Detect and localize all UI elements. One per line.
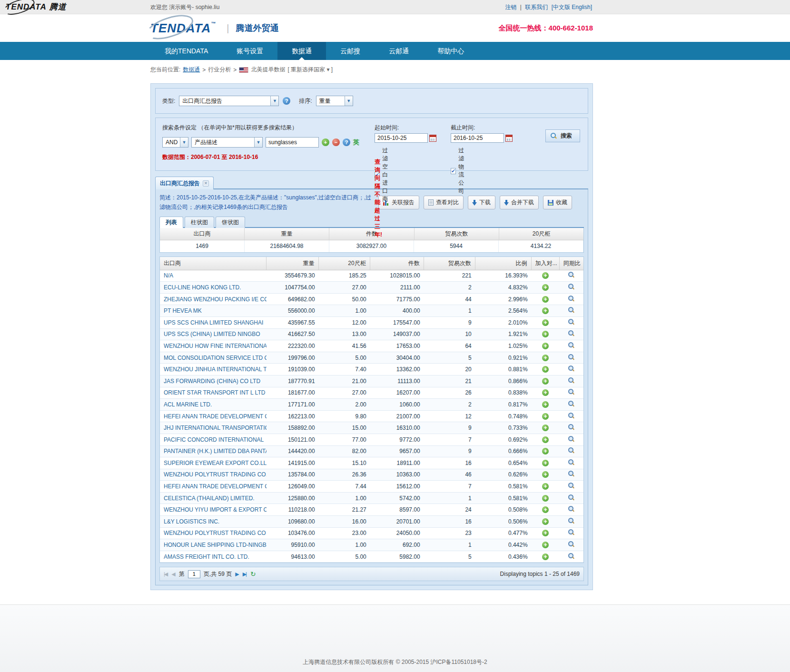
add-compare-icon[interactable]: + [542, 378, 549, 385]
peer-compare-icon[interactable] [568, 447, 574, 454]
search-field-select[interactable]: 产品描述 ▼ [191, 137, 263, 148]
logout-link[interactable]: 注销 [505, 4, 516, 10]
exporter-name-link[interactable]: WENZHOU JINHUA INTERNATIONAL T... [164, 366, 267, 373]
peer-compare-icon[interactable] [568, 529, 574, 535]
add-compare-icon[interactable]: + [542, 319, 549, 326]
peer-compare-icon[interactable] [568, 389, 574, 395]
sort-select[interactable]: 重量 ▼ [316, 96, 353, 106]
breadcrumb-link-datahub[interactable]: 数据通 [183, 66, 200, 74]
add-compare-icon[interactable]: + [542, 366, 549, 373]
exporter-name-link[interactable]: AMASS FREIGHT INTL CO. LTD. [164, 553, 249, 560]
add-compare-icon[interactable]: + [542, 448, 549, 455]
add-compare-icon[interactable]: + [542, 518, 549, 525]
merge-download-button[interactable]: 合并下载 [500, 196, 539, 209]
refresh-icon[interactable]: ↻ [250, 570, 256, 578]
peer-compare-icon[interactable] [568, 330, 574, 336]
peer-compare-icon[interactable] [568, 483, 574, 489]
english-toggle[interactable]: 英 [353, 138, 359, 147]
peer-compare-icon[interactable] [568, 494, 574, 501]
add-compare-icon[interactable]: + [542, 460, 549, 466]
peer-compare-icon[interactable] [568, 424, 574, 430]
exporter-name-link[interactable]: UPS SCS CHINA LIMITED SHANGHAI [164, 319, 263, 326]
next-page-icon[interactable]: ▶ [235, 571, 239, 577]
add-compare-icon[interactable]: + [542, 542, 549, 548]
exporter-name-link[interactable]: CELESTICA (THAILAND) LIMITED. [164, 495, 255, 502]
peer-compare-icon[interactable] [568, 342, 574, 348]
exporter-name-link[interactable]: HEFEI ANAN TRADE DEVELOPMENT CO... [164, 413, 267, 420]
peer-compare-icon[interactable] [568, 401, 574, 407]
nav-item-5[interactable]: 帮助中心 [423, 42, 478, 60]
peer-compare-icon[interactable] [568, 284, 574, 290]
tab-bar-chart[interactable]: 柱状图 [185, 217, 214, 228]
download-button[interactable]: 下载 [468, 196, 495, 209]
exporter-name-link[interactable]: WENZHOU HOW FINE INTERNATIONAL... [164, 343, 267, 349]
exporter-name-link[interactable]: ECU-LINE HONG KONG LTD. [164, 284, 241, 291]
add-compare-icon[interactable]: + [542, 471, 549, 478]
prev-page-icon[interactable]: ◀ [171, 571, 175, 577]
add-condition-icon[interactable]: + [322, 138, 329, 146]
nav-item-2[interactable]: 数据通 [277, 42, 326, 60]
exporter-name-link[interactable]: WENZHOU POLYTRUST TRADING CO., ... [164, 471, 267, 478]
nav-item-3[interactable]: 云邮搜 [326, 42, 375, 60]
peer-compare-icon[interactable] [568, 366, 574, 372]
add-compare-icon[interactable]: + [542, 553, 549, 560]
peer-compare-icon[interactable] [568, 459, 574, 465]
search-button[interactable]: 搜索 [545, 129, 580, 142]
add-compare-icon[interactable]: + [542, 307, 549, 314]
exporter-name-link[interactable]: JAS FORWARDING (CHINA) CO LTD [164, 378, 260, 385]
exporter-name-link[interactable]: N/A [164, 272, 173, 279]
page-number-input[interactable] [188, 570, 200, 578]
peer-compare-icon[interactable] [568, 436, 574, 442]
add-compare-icon[interactable]: + [542, 483, 549, 490]
add-compare-icon[interactable]: + [542, 530, 549, 536]
add-compare-icon[interactable]: + [542, 272, 549, 279]
chevron-down-icon[interactable]: ▼ [254, 138, 262, 147]
calendar-icon[interactable] [505, 135, 513, 142]
reselect-country-dropdown[interactable]: [ 重新选择国家 ▾ ] [287, 66, 333, 74]
end-date-input[interactable] [451, 133, 504, 143]
add-compare-icon[interactable]: + [542, 331, 549, 337]
chevron-down-icon[interactable]: ▼ [345, 96, 353, 106]
exporter-name-link[interactable]: ORIENT STAR TRANSPORT INT L LTD RM [164, 389, 267, 396]
exporter-name-link[interactable]: MOL CONSOLIDATION SERVICE LTD O/B [164, 355, 267, 361]
remove-condition-icon[interactable]: − [332, 138, 340, 146]
peer-compare-icon[interactable] [568, 518, 574, 524]
add-compare-icon[interactable]: + [542, 296, 549, 303]
nav-item-0[interactable]: 我的TENDATA [150, 42, 222, 60]
keyword-input[interactable] [266, 137, 319, 148]
peer-compare-icon[interactable] [568, 541, 574, 547]
add-compare-icon[interactable]: + [542, 401, 549, 408]
exporter-name-link[interactable]: ACL MARINE LTD. [164, 401, 212, 408]
calendar-icon[interactable] [429, 135, 436, 142]
peer-compare-icon[interactable] [568, 319, 574, 325]
exporter-name-link[interactable]: PT HEVEA MK [164, 307, 202, 314]
exporter-name-link[interactable]: PACIFIC CONCORD INTERNATIONAL [164, 436, 264, 443]
add-compare-icon[interactable]: + [542, 506, 549, 513]
tab-pie-chart[interactable]: 饼状图 [216, 217, 245, 228]
add-compare-icon[interactable]: + [542, 495, 549, 502]
exporter-name-link[interactable]: L&Y LOGISTICS INC. [164, 518, 219, 525]
peer-compare-icon[interactable] [568, 553, 574, 559]
report-tab[interactable]: 出口商汇总报告 ✕ [155, 177, 214, 189]
exporter-name-link[interactable]: JHJ INTERNATIONAL TRANSPORTATIO... [164, 425, 267, 431]
nav-item-4[interactable]: 云邮通 [375, 42, 423, 60]
exporter-name-link[interactable]: PANTAINER (H.K.) LIMITED DBA PANTAI [164, 448, 267, 455]
add-compare-icon[interactable]: + [542, 389, 549, 396]
exporter-name-link[interactable]: ZHEJIANG WENZHOU PACKING I/E CORP. [164, 296, 267, 303]
last-page-icon[interactable]: ▶ [243, 571, 247, 577]
help-icon[interactable]: ? [343, 138, 350, 146]
peer-compare-icon[interactable] [568, 506, 574, 512]
help-icon[interactable]: ? [283, 97, 290, 105]
chevron-down-icon[interactable]: ▼ [180, 138, 188, 147]
exporter-name-link[interactable]: HONOUR LANE SHIPPING LTD-NINGBO [164, 542, 267, 548]
bool-operator-select[interactable]: AND ▼ [162, 137, 188, 148]
peer-compare-icon[interactable] [568, 296, 574, 302]
add-compare-icon[interactable]: + [542, 343, 549, 349]
favorite-button[interactable]: 收藏 [543, 196, 572, 209]
start-date-input[interactable] [375, 133, 428, 143]
exporter-name-link[interactable]: WENZHOU POLYTRUST TRADING CO [164, 530, 266, 536]
peer-compare-icon[interactable] [568, 471, 574, 477]
filter-logistics-checkbox[interactable]: ✔ [451, 168, 456, 174]
add-compare-icon[interactable]: + [542, 425, 549, 431]
peer-compare-icon[interactable] [568, 272, 574, 278]
